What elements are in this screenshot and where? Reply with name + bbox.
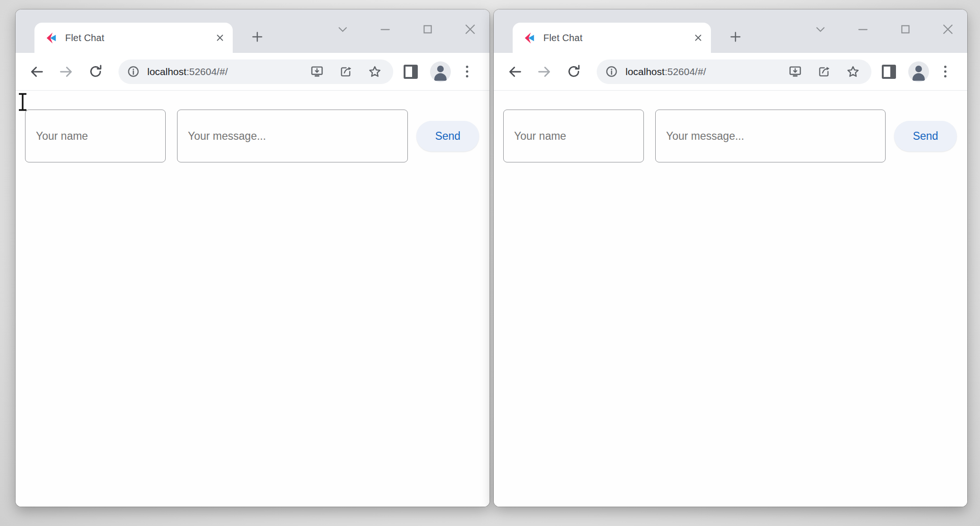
new-tab-icon[interactable]	[726, 27, 745, 46]
url-path: :52604/#/	[186, 66, 228, 77]
window-controls	[813, 16, 955, 42]
name-input[interactable]	[503, 110, 644, 162]
url-text[interactable]: localhost:52604/#/	[147, 66, 228, 77]
menu-kebab-icon[interactable]	[463, 63, 471, 80]
site-info-icon[interactable]	[605, 65, 618, 78]
browser-toolbar: localhost:52604/#/	[16, 53, 490, 91]
url-text[interactable]: localhost:52604/#/	[625, 66, 706, 77]
browser-window-left: Flet Chat	[16, 9, 490, 507]
url-path: :52604/#/	[665, 66, 706, 77]
browser-window-right: Flet Chat	[494, 9, 967, 507]
chat-form: Send	[16, 91, 490, 162]
reload-icon[interactable]	[86, 63, 104, 81]
bookmark-star-icon[interactable]	[846, 65, 860, 79]
maximize-icon[interactable]	[898, 22, 912, 36]
page-content: Send	[16, 91, 490, 507]
share-icon[interactable]	[339, 65, 353, 78]
browser-tab[interactable]: Flet Chat	[34, 23, 233, 53]
back-icon[interactable]	[506, 63, 524, 81]
install-app-icon[interactable]	[310, 65, 324, 78]
message-input[interactable]	[655, 110, 886, 162]
address-bar[interactable]: localhost:52604/#/	[118, 59, 393, 84]
window-controls	[336, 16, 477, 42]
browser-tab[interactable]: Flet Chat	[513, 23, 711, 53]
tab-search-chevron-icon[interactable]	[336, 22, 350, 36]
omnibox-actions	[310, 65, 382, 79]
message-input[interactable]	[177, 110, 408, 162]
menu-kebab-icon[interactable]	[941, 63, 949, 80]
browser-toolbar: localhost:52604/#/	[494, 53, 967, 91]
forward-icon[interactable]	[535, 63, 553, 81]
omnibox-actions	[788, 65, 860, 79]
window-close-icon[interactable]	[941, 22, 955, 36]
url-host: localhost	[625, 66, 665, 77]
tab-strip: Flet Chat	[494, 9, 967, 53]
toolbar-actions	[882, 61, 949, 82]
new-tab-icon[interactable]	[248, 27, 267, 46]
tab-close-icon[interactable]	[693, 33, 703, 43]
tab-close-icon[interactable]	[215, 33, 225, 43]
name-input[interactable]	[25, 110, 166, 162]
maximize-icon[interactable]	[421, 22, 435, 36]
install-app-icon[interactable]	[788, 65, 802, 78]
window-close-icon[interactable]	[463, 22, 477, 36]
tab-search-chevron-icon[interactable]	[813, 22, 828, 36]
toolbar-actions	[404, 61, 471, 82]
reload-icon[interactable]	[565, 63, 583, 81]
tab-title: Flet Chat	[65, 33, 215, 43]
back-icon[interactable]	[28, 63, 46, 81]
url-host: localhost	[147, 66, 186, 77]
profile-avatar[interactable]	[430, 61, 451, 82]
side-panel-icon[interactable]	[404, 65, 418, 79]
flet-favicon-icon	[45, 32, 58, 44]
send-button[interactable]: Send	[894, 121, 957, 152]
send-button[interactable]: Send	[416, 121, 479, 152]
address-bar[interactable]: localhost:52604/#/	[597, 59, 871, 84]
side-panel-icon[interactable]	[882, 65, 896, 79]
tab-strip: Flet Chat	[16, 9, 490, 53]
profile-avatar[interactable]	[908, 61, 929, 82]
flet-favicon-icon	[523, 32, 536, 44]
tab-title: Flet Chat	[543, 33, 693, 43]
chat-form: Send	[494, 91, 967, 162]
site-info-icon[interactable]	[127, 65, 140, 78]
page-content: Send	[494, 91, 967, 507]
text-cursor-ibeam	[17, 93, 29, 111]
desktop: Flet Chat	[0, 0, 980, 526]
forward-icon[interactable]	[57, 63, 75, 81]
bookmark-star-icon[interactable]	[368, 65, 382, 79]
minimize-icon[interactable]	[378, 22, 392, 36]
share-icon[interactable]	[817, 65, 831, 78]
minimize-icon[interactable]	[856, 22, 870, 36]
